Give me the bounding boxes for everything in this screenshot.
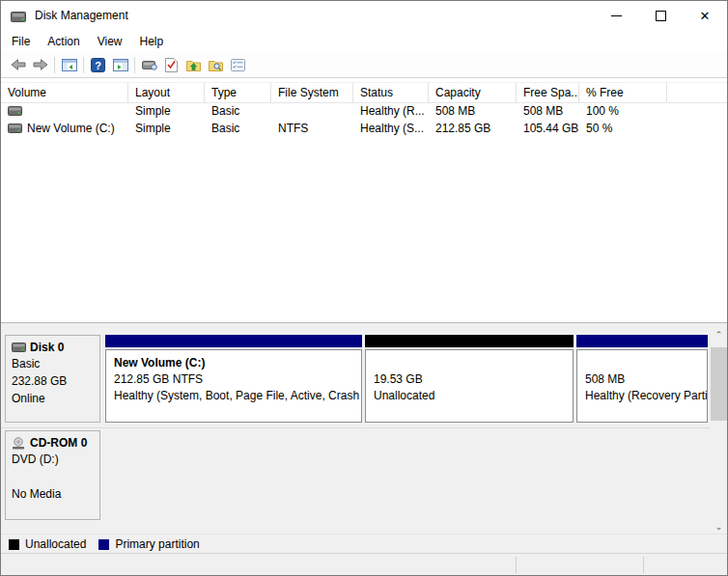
action-pane-icon xyxy=(113,59,128,71)
app-disk-icon xyxy=(11,10,26,22)
volume-list-panel: Volume Layout Type File System Status Ca… xyxy=(1,78,727,322)
cell-type: Basic xyxy=(205,119,271,136)
partition-recovery[interactable]: 508 MB Healthy (Recovery Parti xyxy=(576,335,708,423)
back-button[interactable] xyxy=(7,54,29,75)
forward-button[interactable] xyxy=(29,54,51,75)
menu-file[interactable]: File xyxy=(3,32,39,51)
toolbar: ? xyxy=(1,52,727,78)
help-icon: ? xyxy=(91,58,105,72)
volume-drive-icon xyxy=(8,106,22,116)
close-button[interactable]: ✕ xyxy=(683,1,727,30)
cdrom0-label-card[interactable]: CD-ROM 0 DVD (D:) No Media xyxy=(5,430,100,520)
primary-partition-swatch-icon xyxy=(98,539,109,550)
close-icon: ✕ xyxy=(700,10,711,22)
partition-status: Unallocated xyxy=(374,388,573,404)
folder-up-arrow-icon xyxy=(186,59,201,71)
show-console-tree-button[interactable] xyxy=(58,54,80,75)
maximize-button[interactable] xyxy=(638,1,683,30)
help-button[interactable]: ? xyxy=(87,54,109,75)
console-tree-icon xyxy=(62,59,77,71)
column-header-free-space[interactable]: Free Spa... xyxy=(517,83,579,102)
partition-title: New Volume (C:) xyxy=(114,355,361,371)
column-header-percent-free[interactable]: % Free xyxy=(579,83,667,102)
title-bar: Disk Management ✕ xyxy=(1,1,727,30)
folder-search-button[interactable] xyxy=(205,54,227,75)
status-bar xyxy=(1,553,727,576)
statusbar-separator xyxy=(643,557,644,573)
scrollbar-thumb[interactable] xyxy=(711,347,727,421)
partition-color-bar xyxy=(105,335,362,347)
partition-status: Healthy (Recovery Parti xyxy=(585,388,707,404)
cell-free-space: 508 MB xyxy=(517,101,579,119)
column-header-status[interactable]: Status xyxy=(353,83,429,102)
legend-primary-partition: Primary partition xyxy=(98,537,199,551)
folder-search-icon xyxy=(209,59,223,71)
legend-label: Unallocated xyxy=(25,537,86,551)
cell-layout: Simple xyxy=(128,101,205,119)
column-header-volume[interactable]: Volume xyxy=(1,83,128,102)
column-header-file-system[interactable]: File System xyxy=(271,83,353,102)
partition-size: 212.85 GB NTFS xyxy=(114,371,361,388)
unallocated-swatch-icon xyxy=(9,539,19,550)
toolbar-separator xyxy=(134,57,135,73)
disk-type: DVD (D:) xyxy=(12,453,96,467)
device-lens-icon xyxy=(142,59,157,70)
window-title: Disk Management xyxy=(35,9,128,22)
volume-list-header: Volume Layout Type File System Status Ca… xyxy=(1,82,727,103)
disk-size: 232.88 GB xyxy=(12,374,96,389)
back-arrow-icon xyxy=(11,59,26,70)
partition-status: Healthy (System, Boot, Page File, Active… xyxy=(114,388,361,404)
legend-label: Primary partition xyxy=(115,537,199,551)
minimize-icon xyxy=(611,15,622,16)
disk-name: CD-ROM 0 xyxy=(30,436,87,450)
cell-status: Healthy (R... xyxy=(353,101,429,119)
disk-row-divider xyxy=(1,427,710,428)
device-view-button[interactable] xyxy=(138,54,160,75)
cell-capacity: 508 MB xyxy=(429,101,517,119)
partition-title xyxy=(374,355,573,371)
disk-status: Online xyxy=(12,392,96,406)
checklist-icon xyxy=(231,59,245,71)
volume-row-recovery[interactable]: Simple Basic Healthy (R... 508 MB 508 MB… xyxy=(1,101,727,119)
graphical-view-panel: Disk 0 Basic 232.88 GB Online New Volume… xyxy=(1,322,727,535)
scroll-down-arrow-icon[interactable]: ⌄ xyxy=(711,518,727,535)
properties-list-button[interactable] xyxy=(227,54,249,75)
volume-drive-icon xyxy=(8,123,22,133)
vertical-scrollbar[interactable]: ⌃ ⌄ xyxy=(711,326,727,535)
disk-name: Disk 0 xyxy=(30,341,64,354)
check-tasks-button[interactable] xyxy=(160,54,182,75)
volume-row-c[interactable]: New Volume (C:) Simple Basic NTFS Health… xyxy=(1,119,727,136)
scroll-up-arrow-icon[interactable]: ⌃ xyxy=(711,326,727,343)
cell-capacity: 212.85 GB xyxy=(429,119,517,136)
column-header-type[interactable]: Type xyxy=(205,83,271,102)
maximize-icon xyxy=(656,11,666,21)
partition-size: 508 MB xyxy=(585,371,707,388)
partition-color-bar xyxy=(365,335,574,347)
column-header-capacity[interactable]: Capacity xyxy=(429,83,517,102)
document-check-icon xyxy=(165,58,178,72)
toolbar-separator xyxy=(83,57,84,73)
disk0-label-card[interactable]: Disk 0 Basic 232.88 GB Online xyxy=(5,335,100,423)
partition-c[interactable]: New Volume (C:) 212.85 GB NTFS Healthy (… xyxy=(105,335,362,423)
partition-unallocated[interactable]: 19.53 GB Unallocated xyxy=(365,335,574,423)
column-header-layout[interactable]: Layout xyxy=(128,83,205,102)
cell-type: Basic xyxy=(205,101,271,119)
cdrom-icon xyxy=(12,437,26,450)
cell-percent-free: 100 % xyxy=(579,101,667,119)
disk-media: No Media xyxy=(12,487,96,502)
folder-up-button[interactable] xyxy=(182,54,205,75)
cell-file-system xyxy=(271,101,353,119)
partition-size: 19.53 GB xyxy=(374,371,573,388)
menu-view[interactable]: View xyxy=(89,32,131,51)
svg-text:?: ? xyxy=(95,59,101,70)
volume-name: New Volume (C:) xyxy=(27,122,115,135)
menu-help[interactable]: Help xyxy=(131,32,173,51)
minimize-button[interactable] xyxy=(594,1,638,30)
cell-file-system: NTFS xyxy=(271,119,353,136)
menu-action[interactable]: Action xyxy=(39,32,88,51)
legend-bar: Unallocated Primary partition xyxy=(1,534,727,554)
cell-percent-free: 50 % xyxy=(579,119,667,136)
menu-bar: File Action View Help xyxy=(1,30,727,52)
show-action-pane-button[interactable] xyxy=(109,54,131,75)
disk-management-window: Disk Management ✕ File Action View Help … xyxy=(0,0,728,576)
